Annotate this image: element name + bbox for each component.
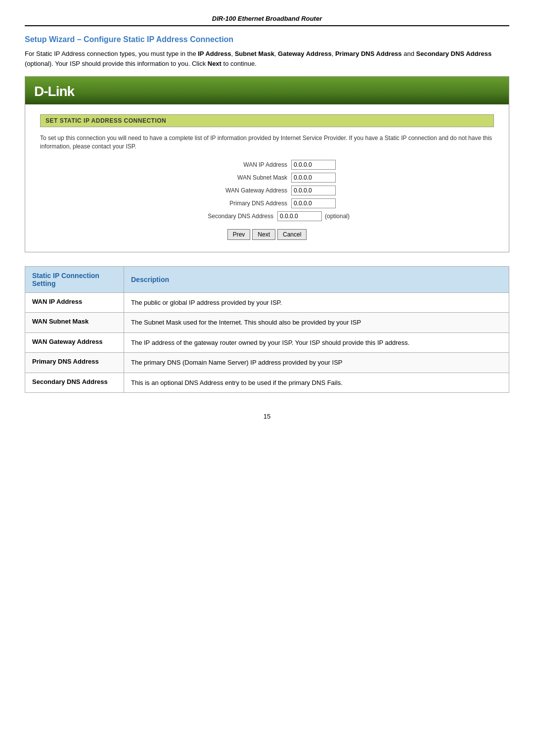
- primary-dns-input[interactable]: [291, 198, 336, 208]
- intro-paragraph: For Static IP Address connection types, …: [25, 49, 509, 68]
- page-number: 15: [25, 413, 509, 420]
- prev-button[interactable]: Prev: [227, 229, 251, 240]
- col2-header: Description: [124, 266, 509, 292]
- form-row-wan-subnet: WAN Subnet Mask: [40, 173, 494, 183]
- table-setting-0: WAN IP Address: [25, 292, 124, 313]
- table-desc-3: The primary DNS (Domain Name Server) IP …: [124, 353, 509, 373]
- wan-ip-input[interactable]: [291, 160, 336, 170]
- table-desc-0: The public or global IP address provided…: [124, 292, 509, 313]
- info-text: To set up this connection you will need …: [40, 134, 494, 151]
- next-button[interactable]: Next: [252, 229, 275, 240]
- table-setting-3: Primary DNS Address: [25, 353, 124, 373]
- col1-header: Static IP Connection Setting: [25, 266, 124, 292]
- optional-text: (optional): [325, 213, 350, 220]
- form-rows: WAN IP Address WAN Subnet Mask WAN Gatew…: [40, 160, 494, 221]
- primary-dns-label: Primary DNS Address: [198, 200, 287, 207]
- form-row-wan-gateway: WAN Gateway Address: [40, 186, 494, 195]
- table-desc-4: This is an optional DNS Address entry to…: [124, 373, 509, 393]
- secondary-dns-input[interactable]: [277, 211, 322, 221]
- table-desc-1: The Subnet Mask used for the Internet. T…: [124, 313, 509, 333]
- form-row-secondary-dns: Secondary DNS Address (optional): [40, 211, 494, 221]
- form-row-primary-dns: Primary DNS Address: [40, 198, 494, 208]
- form-row-wan-ip: WAN IP Address: [40, 160, 494, 170]
- description-table: Static IP Connection Setting Description…: [25, 266, 509, 393]
- secondary-dns-label: Secondary DNS Address: [184, 213, 273, 220]
- section-title: Setup Wizard – Configure Static IP Addre…: [25, 35, 509, 44]
- table-setting-1: WAN Subnet Mask: [25, 313, 124, 333]
- dlink-logo: D-Link: [34, 84, 74, 99]
- router-header: D-Link: [25, 77, 509, 104]
- table-desc-2: The IP address of the gateway router own…: [124, 332, 509, 353]
- page-header: DIR-100 Ethernet Broadband Router: [25, 15, 509, 26]
- set-static-bar: SET STATIC IP ADDRESS CONNECTION: [40, 114, 494, 127]
- wan-subnet-input[interactable]: [291, 173, 336, 183]
- router-ui-mockup: D-Link SET STATIC IP ADDRESS CONNECTION …: [25, 76, 509, 252]
- wan-subnet-label: WAN Subnet Mask: [198, 174, 287, 181]
- table-setting-2: WAN Gateway Address: [25, 332, 124, 353]
- table-setting-4: Secondary DNS Address: [25, 373, 124, 393]
- button-row: Prev Next Cancel: [40, 229, 494, 240]
- cancel-button[interactable]: Cancel: [277, 229, 307, 240]
- wan-gateway-label: WAN Gateway Address: [198, 187, 287, 194]
- wan-gateway-input[interactable]: [291, 186, 336, 195]
- wan-ip-label: WAN IP Address: [198, 161, 287, 168]
- router-body: SET STATIC IP ADDRESS CONNECTION To set …: [25, 104, 509, 252]
